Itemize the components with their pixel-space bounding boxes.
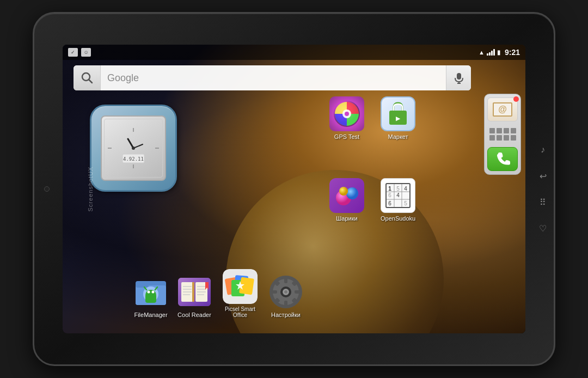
app-sudoku[interactable]: 1 5 4 6 4 6 5 OpenSudoku <box>381 178 415 222</box>
svg-rect-69 <box>272 290 277 294</box>
bottom-apps-row: FileManager <box>133 269 303 318</box>
search-icon <box>81 72 93 84</box>
grid-dot <box>497 128 502 133</box>
svg-line-10 <box>133 144 143 148</box>
signal-bars-icon <box>487 49 495 56</box>
svg-point-16 <box>345 112 349 116</box>
sidebar-panel: @ <box>484 94 521 175</box>
clock-widget: 4.92.11 <box>90 105 177 192</box>
svg-text:4.92.11: 4.92.11 <box>123 156 144 162</box>
svg-text:5: 5 <box>396 186 400 192</box>
grid-dot <box>504 135 509 141</box>
grid-dot <box>511 135 516 141</box>
task-notification-icon: ✓ <box>68 48 78 57</box>
phone-button[interactable] <box>487 147 518 171</box>
app-cool-reader[interactable]: Cool Reader <box>177 275 212 318</box>
market-label: Маркет <box>388 133 408 140</box>
sudoku-label: OpenSudoku <box>381 215 415 222</box>
mid-apps-row: Шарики 1 <box>329 178 415 222</box>
balls-icon-svg <box>333 181 361 210</box>
svg-rect-68 <box>284 301 287 306</box>
tablet-device: ♪ ↩ ⠿ ♡ ✓ ☺ ▲ <box>33 12 555 366</box>
status-indicators: ▲ ▮ 9:21 <box>479 48 520 57</box>
clock-dial: 4.92.11 <box>101 115 166 181</box>
cool-reader-icon <box>177 275 212 309</box>
back-button[interactable]: ↩ <box>535 168 550 184</box>
status-time: 9:21 <box>505 48 520 57</box>
app-balls[interactable]: Шарики <box>329 178 364 222</box>
mic-button[interactable] <box>446 65 471 90</box>
sudoku-icon: 1 5 4 6 4 6 5 <box>381 178 415 213</box>
svg-text:4: 4 <box>404 186 407 192</box>
cool-reader-icon-svg <box>177 275 212 309</box>
balls-label: Шарики <box>336 215 357 222</box>
svg-line-9 <box>128 139 133 148</box>
menu-button[interactable]: ⠿ <box>535 194 550 210</box>
gps-icon-svg <box>333 100 361 128</box>
heart-button[interactable]: ♡ <box>535 221 550 236</box>
svg-rect-38 <box>136 283 149 288</box>
svg-point-41 <box>152 291 155 294</box>
face-notification-icon: ☺ <box>81 48 91 57</box>
svg-text:1: 1 <box>388 186 391 192</box>
svg-point-20 <box>346 187 358 199</box>
app-settings[interactable]: Настройки <box>268 275 303 318</box>
app-market[interactable]: ▶ Маркет <box>381 96 415 140</box>
settings-icon-svg <box>268 275 303 309</box>
svg-rect-70 <box>295 290 300 294</box>
music-button[interactable]: ♪ <box>535 142 550 157</box>
cool-reader-label: Cool Reader <box>177 312 211 318</box>
wifi-icon: ▲ <box>479 49 485 56</box>
svg-rect-2 <box>457 73 461 80</box>
settings-icon <box>268 275 303 309</box>
search-placeholder[interactable]: Google <box>101 72 446 84</box>
file-manager-icon-svg <box>133 275 168 309</box>
search-bar[interactable]: Google <box>74 65 471 90</box>
clock-svg: 4.92.11 <box>103 124 163 173</box>
top-apps-row: GPS Test ▶ Маркет <box>329 96 415 140</box>
settings-label: Настройки <box>271 312 301 318</box>
svg-point-11 <box>132 147 135 150</box>
picsel-icon <box>223 269 258 304</box>
svg-text:4: 4 <box>396 192 400 198</box>
svg-point-76 <box>284 290 287 294</box>
svg-text:5: 5 <box>404 200 407 206</box>
watermark: ScreenshotUX <box>87 167 94 212</box>
grid-dot <box>504 128 509 133</box>
status-notifications: ✓ ☺ <box>68 48 91 57</box>
camera-dot <box>44 186 50 192</box>
file-manager-icon <box>133 275 168 309</box>
grid-dot <box>489 135 495 141</box>
svg-rect-12 <box>122 154 144 163</box>
phone-icon <box>495 151 510 167</box>
svg-text:▶: ▶ <box>396 115 401 121</box>
email-at-icon: @ <box>498 105 507 114</box>
sudoku-icon-svg: 1 5 4 6 4 6 5 <box>384 181 412 210</box>
picsel-icon-svg <box>223 269 258 304</box>
tablet-screen: ✓ ☺ ▲ ▮ 9:21 <box>63 45 525 333</box>
app-picsel[interactable]: Picsel Smart Office <box>220 269 260 318</box>
app-gps-test[interactable]: GPS Test <box>329 96 364 140</box>
soft-buttons-panel: ♪ ↩ ⠿ ♡ <box>535 142 554 236</box>
svg-text:6: 6 <box>388 200 391 206</box>
balls-icon <box>329 178 364 213</box>
svg-point-40 <box>148 291 150 294</box>
email-badge <box>513 96 519 102</box>
battery-icon: ▮ <box>497 49 500 56</box>
svg-point-21 <box>339 187 348 196</box>
app-file-manager[interactable]: FileManager <box>133 275 168 318</box>
search-icon-area <box>74 65 101 90</box>
grid-dot <box>511 128 516 133</box>
market-icon-svg: ▶ <box>385 101 411 127</box>
market-icon: ▶ <box>381 96 415 131</box>
grid-dot <box>497 135 502 141</box>
apps-grid-button[interactable] <box>489 125 516 144</box>
svg-text:6: 6 <box>388 192 391 198</box>
email-button[interactable]: @ <box>487 97 518 121</box>
status-bar: ✓ ☺ ▲ ▮ 9:21 <box>63 45 525 60</box>
grid-dot <box>489 128 495 133</box>
mic-icon <box>454 72 464 84</box>
svg-rect-67 <box>284 278 287 283</box>
gps-test-label: GPS Test <box>334 133 359 140</box>
email-envelope: @ <box>493 102 512 117</box>
